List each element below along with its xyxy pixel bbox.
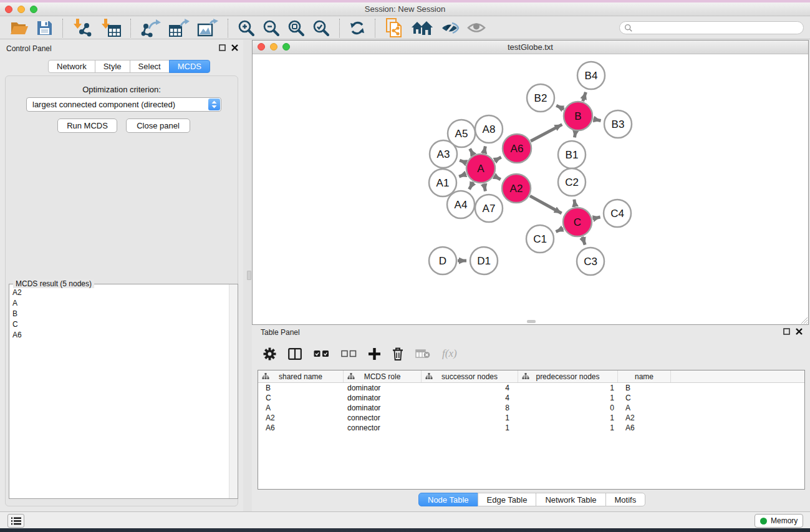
delete-table-icon-disabled[interactable] (415, 349, 430, 359)
result-item[interactable]: C (9, 319, 229, 329)
open-session-button[interactable] (6, 17, 32, 39)
select-all-icon[interactable] (314, 350, 329, 357)
first-neighbors-button[interactable] (381, 17, 407, 39)
graph-node-label-A2: A2 (510, 183, 523, 195)
import-network-button[interactable] (69, 17, 97, 39)
network-document-icon (385, 18, 403, 38)
splitter-handle[interactable] (247, 271, 251, 280)
graph-edge-B-B1[interactable] (574, 132, 576, 138)
graph-edge-A2-C[interactable] (530, 196, 562, 213)
memory-button[interactable]: Memory (755, 514, 803, 528)
graph-edge-A-A6[interactable] (494, 157, 501, 161)
result-item[interactable]: A (9, 297, 229, 308)
column-chooser-icon[interactable] (288, 348, 302, 360)
zoom-fit-button[interactable] (284, 17, 309, 39)
graph-edge-B-B2[interactable] (556, 105, 564, 109)
close-panel-icon[interactable] (796, 328, 803, 335)
dropdown-selected-value: largest connected component (directed) (32, 100, 175, 109)
zoom-selected-button[interactable] (309, 17, 334, 39)
run-mcds-button[interactable]: Run MCDS (57, 118, 117, 133)
graph-edge-A-A8[interactable] (484, 146, 485, 153)
tab-edge-table[interactable]: Edge Table (478, 493, 537, 506)
network-hscroll-thumb[interactable] (527, 320, 536, 323)
table-cell: 4 (422, 393, 518, 403)
search-input[interactable] (619, 21, 804, 34)
function-builder-icon[interactable]: f(x) (442, 347, 457, 360)
column-header-successor-nodes[interactable]: successor nodes (422, 370, 518, 382)
refresh-layout-button[interactable] (345, 17, 369, 39)
table-cell: A2 (258, 413, 344, 423)
column-header-name[interactable]: name (618, 370, 671, 382)
result-item[interactable]: A6 (9, 329, 229, 340)
graph-edge-C-C3[interactable] (582, 237, 585, 245)
graph-edge-B-B3[interactable] (593, 119, 600, 120)
graph-edge-A-A4[interactable] (470, 182, 473, 190)
tab-select[interactable]: Select (130, 60, 170, 73)
resize-grip-icon[interactable] (799, 316, 808, 324)
result-item[interactable]: A2 (9, 287, 229, 297)
float-panel-icon[interactable] (783, 328, 790, 335)
table-row[interactable]: B dominator 4 1 B (258, 383, 804, 393)
export-image-button[interactable] (193, 17, 222, 39)
table-cell: dominator (344, 403, 422, 413)
result-item[interactable]: B (9, 308, 229, 319)
tab-node-table[interactable]: Node Table (418, 493, 478, 506)
optimization-criterion-dropdown[interactable]: largest connected component (directed) (26, 97, 221, 112)
table-cell: 0 (518, 403, 618, 413)
table-cell: A2 (618, 413, 671, 423)
export-table-button[interactable] (165, 17, 193, 39)
home-icon (411, 20, 433, 36)
float-panel-icon[interactable] (219, 44, 226, 51)
graph-node-label-C1: C1 (533, 233, 547, 245)
export-network-button[interactable] (137, 17, 165, 39)
application-window: Session: New Session (0, 0, 810, 532)
network-hscrollbar[interactable] (253, 320, 808, 324)
table-cell (671, 383, 804, 393)
graph-edge-B-B4[interactable] (583, 92, 586, 102)
close-panel-icon[interactable] (231, 44, 238, 51)
import-table-button[interactable] (97, 17, 125, 39)
tab-style[interactable]: Style (95, 60, 130, 73)
graph-edge-A-A2[interactable] (494, 176, 501, 180)
tab-network[interactable]: Network (48, 60, 95, 73)
zoom-out-button[interactable] (259, 17, 284, 39)
close-panel-button[interactable]: Close panel (126, 118, 190, 133)
table-cell: dominator (344, 383, 422, 393)
graphics-details-button[interactable] (437, 17, 463, 39)
graph-edge-A6-B[interactable] (531, 125, 562, 142)
graph-edge-C-C2[interactable] (574, 200, 576, 207)
table-row[interactable]: A2 connector 1 1 A2 (258, 413, 804, 423)
graph-edge-C-C4[interactable] (592, 217, 600, 219)
control-panel-tabs: Network Style Select MCDS (49, 60, 210, 73)
column-header-predecessor-nodes[interactable]: predecessor nodes (518, 370, 618, 382)
delete-column-icon[interactable] (392, 347, 403, 360)
tab-mcds[interactable]: MCDS (169, 60, 210, 73)
table-settings-gear-icon[interactable] (263, 347, 276, 360)
graph-edge-A-A3[interactable] (460, 160, 466, 163)
table-cell: 8 (422, 403, 518, 413)
deselect-all-icon[interactable] (341, 350, 357, 357)
zoom-in-button[interactable] (234, 17, 259, 39)
table-row[interactable]: A dominator 8 0 A (258, 403, 804, 413)
table-row[interactable]: C dominator 4 1 C (258, 393, 804, 403)
network-canvas[interactable]: B4B2BB3A8A5A6B1A3AC2A1A2A4A7C4CC1C3DD1 (253, 54, 808, 321)
save-session-button[interactable] (32, 17, 57, 39)
add-column-icon[interactable] (369, 348, 380, 360)
main-titlebar: Session: New Session (0, 2, 810, 16)
graph-edge-C-C1[interactable] (556, 228, 564, 231)
tab-network-table[interactable]: Network Table (536, 493, 605, 506)
result-scrollbar[interactable] (229, 284, 238, 498)
column-header-shared-name[interactable]: shared name (258, 370, 344, 382)
table-cell: C (258, 393, 344, 403)
graph-edge-A-A7[interactable] (484, 183, 485, 191)
tab-motifs[interactable]: Motifs (605, 493, 646, 506)
task-history-button[interactable] (7, 514, 24, 528)
attribute-type-icon (425, 373, 433, 380)
graph-edge-A-A5[interactable] (470, 148, 473, 155)
column-header-mcds-role[interactable]: MCDS role (344, 370, 422, 382)
home-view-button[interactable] (407, 17, 437, 39)
zoom-in-icon (238, 19, 255, 37)
graph-edge-A-A1[interactable] (459, 174, 466, 177)
birds-eye-view-button[interactable] (463, 17, 489, 39)
table-row[interactable]: A6 connector 1 1 A6 (258, 423, 804, 433)
